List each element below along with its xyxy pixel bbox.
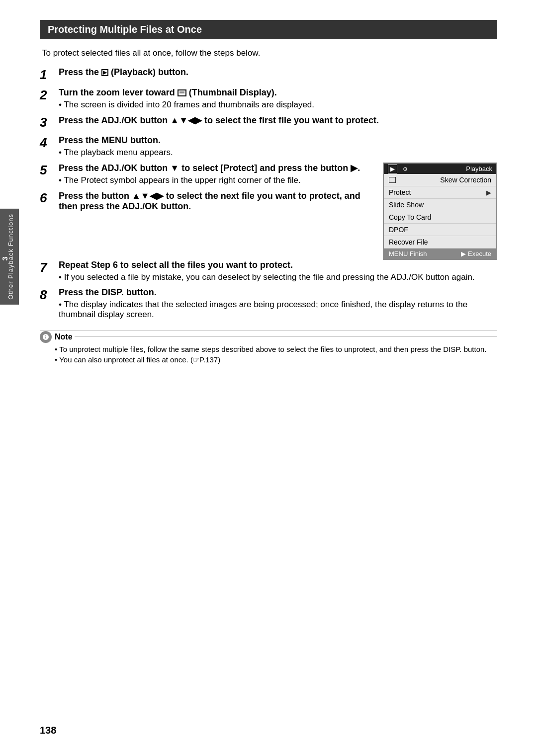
note-label: Note <box>55 333 73 341</box>
menu-row-copycard: Copy To Card <box>384 211 496 224</box>
step-8-text: Press the DISP. button. <box>59 287 157 297</box>
step-6-content: Press the button ▲▼◀▶ to select the next… <box>59 190 378 212</box>
step-7-bullet: If you selected a file by mistake, you c… <box>59 272 497 282</box>
step-8-content: Press the DISP. button. The display indi… <box>59 287 497 320</box>
menu-header-left: ▶ ⚙ <box>388 165 408 172</box>
playback-icon: ▶ <box>101 69 108 76</box>
camera-menu: ▶ ⚙ Playback Skew Correction Protect ▶ S… <box>383 163 497 260</box>
step-2-number: 2 <box>40 87 59 103</box>
side-tab: 3 Other Playback Functions <box>0 209 19 305</box>
note-icon <box>40 331 52 343</box>
title-text: Protecting Multiple Files at Once <box>48 24 202 35</box>
step-2-bullet: The screen is divided into 20 frames and… <box>59 100 497 110</box>
step-4-bullet: The playback menu appears. <box>59 148 497 158</box>
note-svg <box>42 333 50 341</box>
step-7: 7 Repeat Step 6 to select all the files … <box>40 260 497 282</box>
menu-header-right: Playback <box>466 165 492 172</box>
step-3-number: 3 <box>40 115 59 130</box>
step-1-content: Press the ▶ (Playback) button. <box>59 67 497 78</box>
menu-row-slideshow: Slide Show <box>384 199 496 211</box>
side-tab-number: 3 <box>1 256 9 260</box>
note-bullet-1: To unprotect multiple files, follow the … <box>55 345 497 353</box>
menu-recover-label: Recover File <box>389 238 428 246</box>
menu-row-protect: Protect ▶ <box>384 186 496 199</box>
menu-row-dpof: DPOF <box>384 224 496 236</box>
menu-protect-label: Protect <box>389 188 411 196</box>
step-8: 8 Press the DISP. button. The display in… <box>40 287 497 320</box>
step-4: 4 Press the MENU button. The playback me… <box>40 135 497 158</box>
camera-menu-header: ▶ ⚙ Playback <box>384 164 496 174</box>
step-2-content: Turn the zoom lever toward (Thumbnail Di… <box>59 87 497 110</box>
step-3-content: Press the ADJ./OK button ▲▼◀▶ to select … <box>59 115 497 126</box>
step-7-content: Repeat Step 6 to select all the files yo… <box>59 260 497 282</box>
menu-skew-label: Skew Correction <box>440 176 491 184</box>
page-wrapper: 3 Other Playback Functions Protecting Mu… <box>0 0 537 756</box>
step-5-number: 5 <box>40 163 59 178</box>
step-2-text: Turn the zoom lever toward (Thumbnail Di… <box>59 87 277 97</box>
step-4-content: Press the MENU button. The playback menu… <box>59 135 497 158</box>
menu-skew-icon <box>389 177 396 183</box>
menu-row-skew: Skew Correction <box>384 174 496 186</box>
step-5: 5 Press the ADJ./OK button ▼ to select [… <box>40 163 378 185</box>
menu-footer-right: ▶ Execute <box>461 250 491 257</box>
camera-menu-footer: MENU Finish ▶ Execute <box>384 249 496 259</box>
step-6-text: Press the button ▲▼◀▶ to select the next… <box>59 191 360 211</box>
step-5-content: Press the ADJ./OK button ▼ to select [Pr… <box>59 163 378 185</box>
step-1-number: 1 <box>40 67 59 83</box>
step-5-text: Press the ADJ./OK button ▼ to select [Pr… <box>59 163 360 173</box>
step-1-text: Press the ▶ (Playback) button. <box>59 67 188 77</box>
menu-dpof-label: DPOF <box>389 226 408 234</box>
steps-5-6-wrapper: 5 Press the ADJ./OK button ▼ to select [… <box>40 163 497 260</box>
menu-row-recover: Recover File <box>384 236 496 249</box>
steps-5-6-text: 5 Press the ADJ./OK button ▼ to select [… <box>40 163 383 217</box>
menu-footer-left: MENU Finish <box>389 250 427 257</box>
step-7-text: Repeat Step 6 to select all the files yo… <box>59 260 293 270</box>
note-dashes <box>75 336 497 336</box>
note-bullet-2: You can also unprotect all files at once… <box>55 355 497 364</box>
step-5-bullet: The Protect symbol appears in the upper … <box>59 175 378 185</box>
step-4-text: Press the MENU button. <box>59 135 161 145</box>
step-7-number: 7 <box>40 260 59 275</box>
step-8-number: 8 <box>40 287 59 303</box>
step-3-text: Press the ADJ./OK button ▲▼◀▶ to select … <box>59 115 379 125</box>
step-4-number: 4 <box>40 135 59 151</box>
menu-copycard-label: Copy To Card <box>389 213 431 221</box>
step-3: 3 Press the ADJ./OK button ▲▼◀▶ to selec… <box>40 115 497 130</box>
intro-text: To protect selected files all at once, f… <box>42 48 497 58</box>
step-2: 2 Turn the zoom lever toward (Thumbnail … <box>40 87 497 110</box>
thumbnail-icon <box>178 89 186 96</box>
note-section: Note To unprotect multiple files, follow… <box>40 331 497 364</box>
step-6-number: 6 <box>40 190 59 206</box>
step-1: 1 Press the ▶ (Playback) button. <box>40 67 497 83</box>
step-6: 6 Press the button ▲▼◀▶ to select the ne… <box>40 190 378 212</box>
title-bar: Protecting Multiple Files at Once <box>40 20 497 39</box>
menu-protect-arrow: ▶ <box>486 189 491 196</box>
page-number: 138 <box>40 725 56 736</box>
menu-slideshow-label: Slide Show <box>389 201 424 209</box>
note-header: Note <box>40 331 497 343</box>
step-8-bullet: The display indicates that the selected … <box>59 300 497 320</box>
